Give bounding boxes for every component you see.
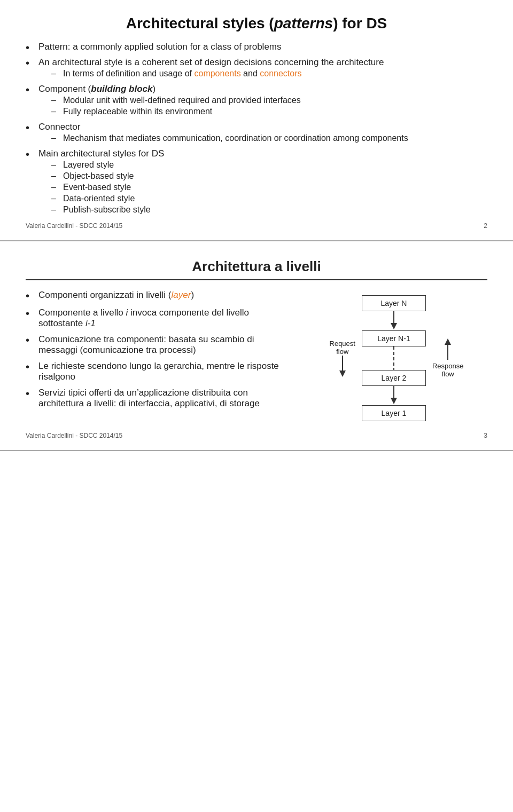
bullet-text: Comunicazione tra componenti: basata su … bbox=[38, 334, 295, 356]
list-item: – Publish-subscribe style bbox=[51, 205, 164, 215]
list-item: – Modular unit with well-defined require… bbox=[51, 96, 301, 105]
sub-text: Object-based style bbox=[63, 171, 134, 181]
colored-text: connectors bbox=[260, 69, 301, 78]
sub-list: – Layered style – Object-based style – E… bbox=[51, 160, 164, 215]
list-item: – In terms of definition and usage of co… bbox=[51, 69, 384, 78]
footer-left: Valeria Cardellini - SDCC 2014/15 bbox=[26, 432, 122, 439]
sub-list: – In terms of definition and usage of co… bbox=[51, 69, 384, 78]
svg-marker-3 bbox=[391, 323, 397, 329]
list-item: – Event-based style bbox=[51, 183, 164, 192]
dash-icon: – bbox=[51, 160, 61, 170]
slide2-left: • Componenti organizzati in livelli (lay… bbox=[26, 290, 295, 421]
dashed-spacer bbox=[362, 346, 426, 370]
dash-icon: – bbox=[51, 194, 61, 203]
bullet-content: An architectural style is a coherent set… bbox=[38, 57, 384, 81]
bullet-text: Pattern: a commonly applied solution for… bbox=[38, 42, 282, 52]
dash-icon: – bbox=[51, 171, 61, 181]
list-item: • Servizi tipici offerti da un’applicazi… bbox=[26, 388, 295, 409]
response-flow-label: Responseflow bbox=[432, 338, 464, 378]
layer-n-to-n1-arrow bbox=[362, 311, 426, 330]
bullet-content: Component (building block) – Modular uni… bbox=[38, 84, 301, 119]
sub-text: Event-based style bbox=[63, 183, 131, 192]
sub-text: Mechanism that mediates communication, c… bbox=[63, 133, 408, 143]
bullet-icon: • bbox=[26, 84, 35, 96]
slide2-content: • Componenti organizzati in livelli (lay… bbox=[26, 290, 487, 421]
list-item: • Connector – Mechanism that mediates co… bbox=[26, 122, 487, 145]
bullet-icon: • bbox=[26, 334, 35, 346]
bullet-icon: • bbox=[26, 57, 35, 69]
list-item: – Mechanism that mediates communication,… bbox=[51, 133, 408, 143]
italic-text: i bbox=[126, 308, 128, 318]
layer-2-to-1-arrow bbox=[362, 386, 426, 405]
slide1-bullet-list: • Pattern: a commonly applied solution f… bbox=[26, 42, 487, 217]
svg-marker-6 bbox=[391, 398, 397, 404]
dash-icon: – bbox=[51, 96, 61, 105]
slide-1: Architectural styles (patterns) for DS •… bbox=[0, 0, 513, 241]
bullet-text: Servizi tipici offerti da un’applicazion… bbox=[38, 388, 295, 409]
italic-orange-text: layer bbox=[172, 290, 191, 300]
dash-icon: – bbox=[51, 183, 61, 192]
slide2-title: Architettura a livelli bbox=[26, 258, 487, 280]
sub-text: Modular unit with well-defined required … bbox=[63, 96, 301, 105]
bullet-icon: • bbox=[26, 388, 35, 400]
bullet-text: Le richieste scendono lungo la gerarchia… bbox=[38, 361, 295, 382]
sub-text: Data-oriented style bbox=[63, 194, 135, 203]
bullet-icon: • bbox=[26, 42, 35, 54]
slide2-footer: Valeria Cardellini - SDCC 2014/15 3 bbox=[26, 432, 487, 439]
list-item: • Comunicazione tra componenti: basata s… bbox=[26, 334, 295, 356]
slide-2: Architettura a livelli • Componenti orga… bbox=[0, 241, 513, 451]
slide2-bullet-list: • Componenti organizzati in livelli (lay… bbox=[26, 290, 295, 409]
layer-diagram: Requestflow Layer N bbox=[330, 295, 464, 421]
bullet-icon: • bbox=[26, 148, 35, 161]
list-item: • Componente a livello i invoca componen… bbox=[26, 308, 295, 329]
dash-icon: – bbox=[51, 205, 61, 215]
bullet-icon: • bbox=[26, 308, 35, 320]
dash-icon: – bbox=[51, 107, 61, 116]
list-item: • Component (building block) – Modular u… bbox=[26, 84, 487, 119]
request-flow-label: Requestflow bbox=[330, 340, 355, 377]
bullet-text: Componente a livello i invoca componente… bbox=[38, 308, 295, 329]
bullet-icon: • bbox=[26, 290, 35, 302]
slide1-title: Architectural styles (patterns) for DS bbox=[26, 15, 487, 32]
sub-text: Fully replaceable within its environment bbox=[63, 107, 212, 116]
footer-right: 3 bbox=[484, 432, 487, 439]
bullet-text: Component (building block) bbox=[38, 84, 156, 94]
bullet-content: Main architectural styles for DS – Layer… bbox=[38, 148, 164, 217]
colored-text: components bbox=[194, 69, 240, 78]
list-item: • Main architectural styles for DS – Lay… bbox=[26, 148, 487, 217]
layer-n-box: Layer N bbox=[362, 295, 426, 311]
dash-icon: – bbox=[51, 133, 61, 143]
bullet-icon: • bbox=[26, 361, 35, 373]
sub-text: Layered style bbox=[63, 160, 114, 170]
bullet-text: Componenti organizzati in livelli (layer… bbox=[38, 290, 194, 301]
list-item: – Layered style bbox=[51, 160, 164, 170]
sub-text: Publish-subscribe style bbox=[63, 205, 151, 215]
request-arrow-icon bbox=[336, 356, 349, 377]
footer-left: Valeria Cardellini - SDCC 2014/15 bbox=[26, 222, 122, 230]
list-item: • An architectural style is a coherent s… bbox=[26, 57, 487, 81]
list-item: • Pattern: a commonly applied solution f… bbox=[26, 42, 487, 54]
list-item: – Object-based style bbox=[51, 171, 164, 181]
list-item: – Data-oriented style bbox=[51, 194, 164, 203]
bullet-text: Connector bbox=[38, 122, 80, 132]
flow-label-text: Requestflow bbox=[330, 340, 355, 356]
response-arrow-icon bbox=[441, 338, 454, 360]
slide2-right: Requestflow Layer N bbox=[306, 290, 487, 421]
list-item: • Componenti organizzati in livelli (lay… bbox=[26, 290, 295, 302]
layer-n1-box: Layer N-1 bbox=[362, 330, 426, 346]
bullet-text: Main architectural styles for DS bbox=[38, 148, 164, 159]
footer-right: 2 bbox=[484, 222, 487, 230]
slide1-footer: Valeria Cardellini - SDCC 2014/15 2 bbox=[26, 222, 487, 230]
svg-marker-1 bbox=[339, 370, 346, 377]
bullet-icon: • bbox=[26, 122, 35, 134]
list-item: • Le richieste scendono lungo la gerarch… bbox=[26, 361, 295, 382]
layer-2-box: Layer 2 bbox=[362, 370, 426, 386]
dash-icon: – bbox=[51, 69, 61, 78]
layer-stack: Layer N Layer N-1 bbox=[362, 295, 426, 421]
sub-text: In terms of definition and usage of comp… bbox=[63, 69, 302, 78]
list-item: – Fully replaceable within its environme… bbox=[51, 107, 301, 116]
italic-text: i-1 bbox=[86, 318, 96, 328]
sub-list: – Mechanism that mediates communication,… bbox=[51, 133, 408, 143]
sub-list: – Modular unit with well-defined require… bbox=[51, 96, 301, 116]
layer-1-box: Layer 1 bbox=[362, 405, 426, 421]
